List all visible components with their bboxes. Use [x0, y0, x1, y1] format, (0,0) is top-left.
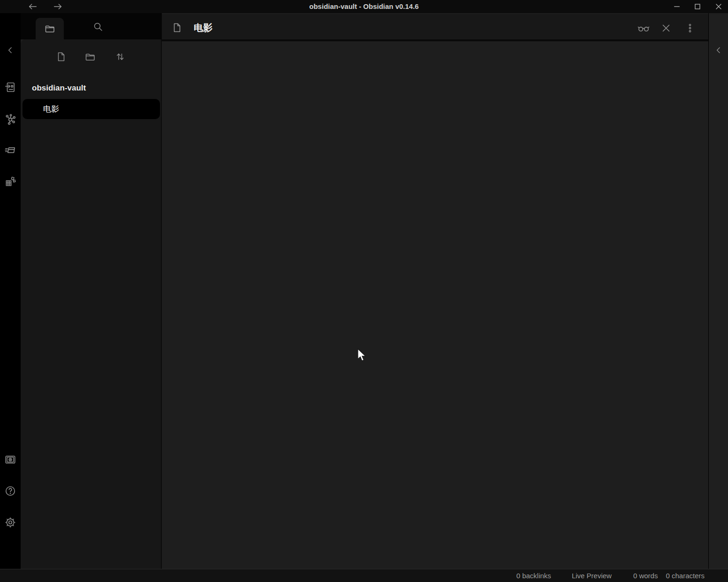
note-title: 电影	[194, 14, 212, 41]
quick-switcher-icon	[4, 81, 16, 93]
vault-safe-icon	[4, 454, 16, 466]
editor-tab-header[interactable]: 电影	[162, 14, 708, 41]
file-list-item-selected[interactable]: 电影	[23, 99, 160, 119]
new-folder-icon	[84, 51, 96, 62]
vault-name-label: obsidian-vault	[32, 83, 86, 92]
quick-switcher-button[interactable]	[4, 81, 16, 93]
sidebar-tab-strip	[21, 13, 162, 39]
close-x-icon	[660, 22, 672, 34]
note-document-icon	[171, 22, 182, 33]
grid-dice-icon	[4, 175, 16, 188]
left-ribbon	[0, 13, 21, 569]
graph-view-icon	[4, 113, 16, 125]
maximize-icon	[693, 2, 702, 11]
window-maximize-button[interactable]	[692, 1, 703, 12]
reading-mode-toggle-button[interactable]	[637, 21, 651, 35]
chevron-left-icon	[714, 45, 723, 55]
close-icon	[714, 2, 723, 11]
settings-button[interactable]	[4, 516, 16, 529]
card-motion-lines-icon	[4, 144, 16, 156]
new-note-document-icon	[55, 51, 67, 62]
backlinks-status[interactable]: 0 backlinks	[516, 572, 551, 580]
character-count-status: 0 characters	[666, 572, 705, 580]
new-folder-button[interactable]	[83, 50, 97, 64]
expand-right-sidebar-button[interactable]	[714, 45, 723, 55]
help-question-icon	[4, 485, 16, 497]
editor-content-area[interactable]	[162, 42, 708, 569]
right-sidebar-strip	[708, 13, 728, 569]
status-bar: 0 backlinks Live Preview 0 words 0 chara…	[0, 569, 728, 582]
word-count-status: 0 words	[633, 572, 658, 580]
window-close-button[interactable]	[713, 1, 724, 12]
more-options-button[interactable]	[683, 21, 697, 35]
collapse-left-sidebar-button[interactable]	[4, 44, 16, 56]
glasses-icon	[637, 22, 650, 35]
tab-file-explorer[interactable]	[36, 18, 64, 39]
sort-order-button[interactable]	[113, 50, 127, 64]
file-explorer-panel: obsidian-vault 电影	[21, 39, 162, 569]
help-button[interactable]	[4, 485, 16, 497]
file-name-label: 电影	[43, 104, 59, 114]
card-speed-button[interactable]	[4, 144, 16, 156]
settings-gear-icon	[4, 516, 16, 529]
editor-mode-status[interactable]: Live Preview	[572, 572, 612, 580]
tab-search[interactable]	[91, 20, 105, 34]
vault-switcher-button[interactable]	[4, 454, 16, 466]
three-dots-vertical-icon	[684, 23, 696, 34]
search-icon	[92, 21, 104, 32]
graph-view-button[interactable]	[4, 113, 16, 125]
folder-icon	[44, 23, 55, 34]
close-pane-button[interactable]	[659, 21, 673, 35]
sort-arrows-icon	[114, 51, 126, 62]
title-bar: obsidian-vault - Obsidian v0.14.6	[0, 0, 728, 13]
window-minimize-button[interactable]	[672, 1, 682, 12]
window-title: obsidian-vault - Obsidian v0.14.6	[0, 0, 728, 13]
minimize-icon	[672, 2, 682, 11]
chevron-left-icon	[6, 45, 15, 55]
vault-root-item[interactable]: obsidian-vault	[32, 82, 86, 95]
editor-pane[interactable]: 电影	[162, 13, 708, 569]
new-note-button[interactable]	[54, 50, 68, 64]
random-note-button[interactable]	[4, 175, 16, 188]
